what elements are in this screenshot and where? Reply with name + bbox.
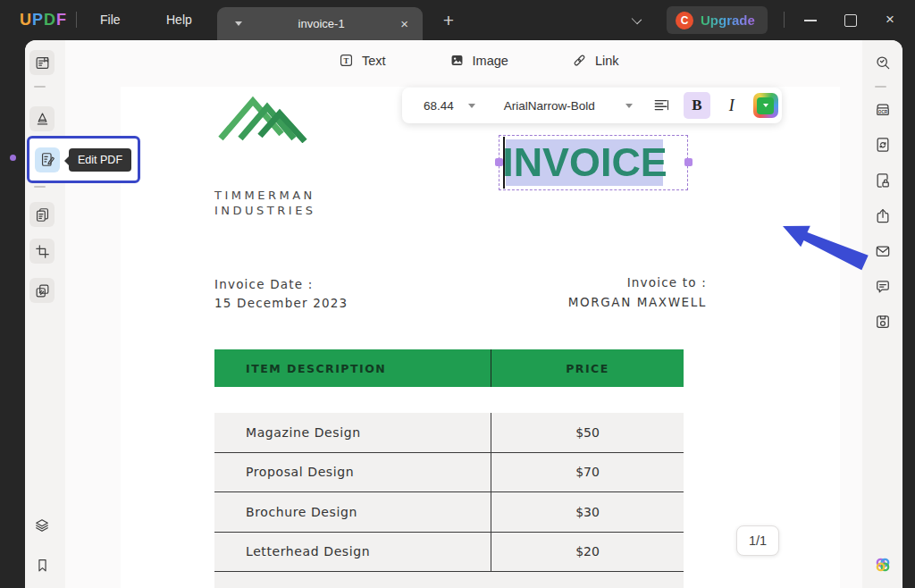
font-size-value[interactable]: 68.44 [424,99,454,113]
page-indicator[interactable]: 1/1 [736,525,779,556]
highlighter-icon[interactable] [29,106,55,131]
invoice-to-block: Invoice to : MORGAN MAXWELL [568,273,707,312]
table-header-row: ITEM DESCRIPTION PRICE [214,349,684,387]
close-button[interactable]: × [875,0,905,40]
organize-icon[interactable] [29,278,55,303]
format-toolbar: 68.44 ArialNarrow-Bold B I [402,88,782,123]
layers-icon[interactable] [29,513,55,538]
main-panel: Edit PDF OCR [25,40,902,588]
svg-text:T: T [344,56,349,65]
tab-close-icon[interactable]: × [400,16,408,31]
sidebar-divider [34,86,46,88]
document-page[interactable]: TIMMERMAN INDUSTRIES INVOICE Invoice Dat… [121,87,840,588]
save-icon[interactable] [870,309,895,334]
minimize-button[interactable] [796,0,827,40]
new-tab-button[interactable]: + [436,7,461,34]
edit-tools-row: T Text Image Link [331,46,626,74]
right-sidebar: OCR [862,40,902,588]
edit-pdf-active-tool[interactable]: Edit PDF [27,136,140,183]
clover-icon[interactable] [870,552,895,577]
document-tab[interactable]: invoice-1 × [217,7,423,40]
updf-window: UPDF File Help invoice-1 × + C Upgrade × [0,0,915,588]
table-row: Brochure Design $30 [214,492,684,533]
protect-icon[interactable] [870,168,895,193]
table-row: Proposal Design $70 [214,453,684,493]
table-gap [214,387,684,413]
text-tool-button[interactable]: T Text [331,46,393,74]
crop-icon[interactable] [29,239,55,264]
search-icon[interactable] [870,50,895,75]
sidebar-divider [34,186,46,188]
selection-handle-right[interactable] [684,158,693,166]
ocr-icon[interactable]: OCR [870,97,895,122]
font-name-dropdown-icon[interactable] [625,104,633,108]
svg-text:OCR: OCR [878,110,888,114]
titlebar-separator [784,12,785,28]
updf-logo: UPDF [20,11,67,29]
edit-pdf-icon[interactable] [35,147,60,172]
menu-help[interactable]: Help [155,0,203,40]
align-icon[interactable] [652,97,670,114]
edit-pdf-tooltip: Edit PDF [69,148,131,172]
pages-icon[interactable] [29,202,55,227]
sidebar-divider [875,86,886,88]
font-color-swatch [757,97,774,114]
maximize-button[interactable] [835,0,866,40]
titlebar-chevron-down-icon[interactable] [632,14,642,24]
titlebar: UPDF File Help invoice-1 × + C Upgrade × [0,0,915,40]
link-tool-button[interactable]: Link [564,46,626,74]
drag-indicator-dot [10,155,16,161]
italic-button[interactable]: I [719,92,744,119]
font-name-value[interactable]: ArialNarrow-Bold [504,99,595,113]
company-name: TIMMERMAN INDUSTRIES [214,188,316,218]
selection-handle-left[interactable] [495,158,503,166]
upgrade-badge-icon: C [676,12,693,29]
tab-dropdown-icon[interactable] [235,21,242,26]
annotation-arrow-icon [782,198,902,292]
font-size-dropdown-icon[interactable] [468,104,475,108]
reader-icon[interactable] [29,50,55,75]
text-cursor [503,137,505,189]
table-subtotal-row: SUBTOTAL : $170 [214,572,684,588]
table-row: Magazine Design $50 [214,413,684,453]
titlebar-separator [76,12,77,28]
image-tool-button[interactable]: Image [441,46,516,74]
convert-icon[interactable] [870,132,895,157]
invoice-date-block: Invoice Date : 15 December 2023 [214,275,348,313]
bold-button[interactable]: B [684,92,710,119]
text-selection-box[interactable] [499,135,688,190]
upgrade-button[interactable]: C Upgrade [667,6,768,34]
menu-file[interactable]: File [89,0,131,40]
font-color-button[interactable] [753,93,778,118]
bookmark-icon[interactable] [29,552,55,577]
company-logo-icon [217,89,315,143]
table-row: Letterhead Design $20 [214,533,684,573]
invoice-table: ITEM DESCRIPTION PRICE Magazine Design $… [214,349,684,588]
tab-title: invoice-1 [242,17,400,30]
left-sidebar: Edit PDF [25,40,65,588]
